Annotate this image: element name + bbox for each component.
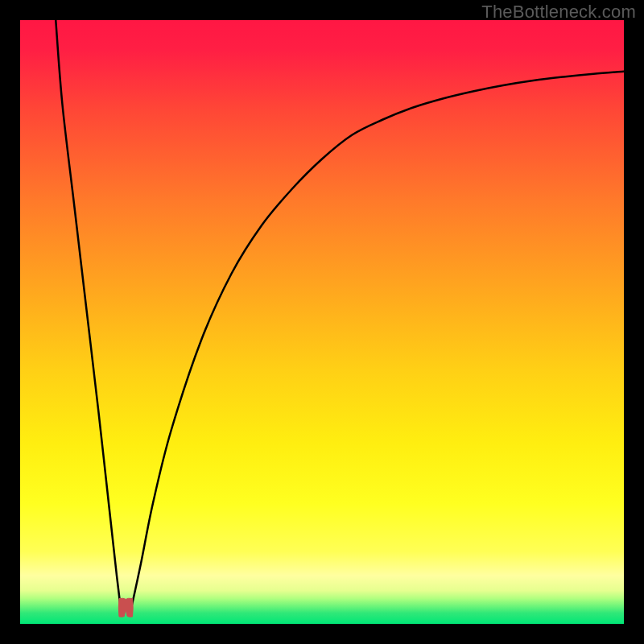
watermark-text: TheBottleneck.com	[481, 2, 636, 23]
gradient-background	[20, 20, 624, 624]
chart-frame: TheBottleneck.com	[0, 0, 644, 644]
bottleneck-chart	[20, 20, 624, 624]
